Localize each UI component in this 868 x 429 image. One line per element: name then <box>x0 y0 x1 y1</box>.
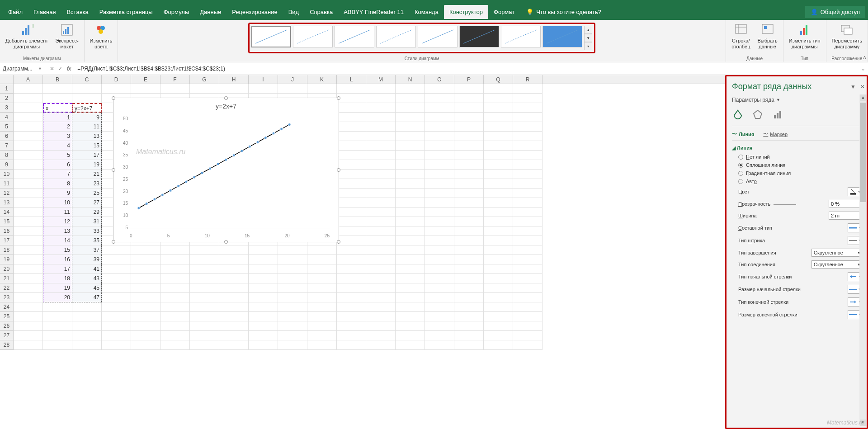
cell[interactable] <box>425 151 454 160</box>
cell[interactable]: 19 <box>43 283 72 293</box>
cell[interactable] <box>513 132 542 141</box>
cell[interactable]: 17 <box>43 264 72 274</box>
cell[interactable] <box>454 132 484 141</box>
cell[interactable] <box>396 207 425 217</box>
cell[interactable] <box>396 113 425 122</box>
cell[interactable]: 31 <box>72 217 102 226</box>
column-header[interactable]: G <box>190 75 219 84</box>
cell[interactable] <box>307 274 337 283</box>
cell[interactable] <box>484 141 513 151</box>
transparency-input[interactable] <box>829 200 863 208</box>
cell[interactable] <box>454 170 484 179</box>
cell[interactable] <box>337 160 366 170</box>
cell[interactable] <box>425 132 454 141</box>
cell[interactable] <box>131 331 160 340</box>
cell[interactable] <box>190 302 219 312</box>
cell[interactable] <box>278 340 307 350</box>
cell[interactable] <box>43 302 72 312</box>
chart-style-6[interactable] <box>459 26 499 47</box>
cell[interactable] <box>425 302 454 312</box>
cell[interactable] <box>102 84 131 94</box>
effects-tab-icon[interactable] <box>752 108 764 120</box>
cell[interactable] <box>337 198 366 207</box>
cell[interactable] <box>337 293 366 302</box>
menu-файл[interactable]: Файл <box>3 5 28 19</box>
cell[interactable] <box>14 340 43 350</box>
resize-handle[interactable] <box>112 168 115 172</box>
chart-title[interactable]: y=2x+7 <box>113 98 339 114</box>
cell[interactable] <box>513 236 542 245</box>
cell[interactable] <box>513 198 542 207</box>
cell[interactable] <box>396 198 425 207</box>
cell[interactable] <box>160 255 190 264</box>
cell[interactable] <box>513 264 542 274</box>
cell[interactable] <box>366 293 396 302</box>
cell[interactable] <box>396 274 425 283</box>
chart-plot-area[interactable] <box>130 118 330 228</box>
cell[interactable] <box>102 331 131 340</box>
cell[interactable] <box>160 274 190 283</box>
cell[interactable] <box>513 321 542 331</box>
cell[interactable] <box>396 321 425 331</box>
cell[interactable] <box>337 226 366 236</box>
column-header[interactable]: J <box>278 75 307 84</box>
cell[interactable] <box>249 264 278 274</box>
cell[interactable] <box>337 331 366 340</box>
cell[interactable] <box>307 84 337 94</box>
cell[interactable] <box>14 207 43 217</box>
cell[interactable] <box>102 274 131 283</box>
cell[interactable] <box>72 331 102 340</box>
cell[interactable] <box>425 255 454 264</box>
scroll-up-icon[interactable]: ▲ <box>860 94 866 101</box>
select-data-button[interactable]: Выбрать данные <box>755 22 780 51</box>
cell[interactable] <box>425 245 454 255</box>
cell[interactable] <box>513 141 542 151</box>
cell[interactable] <box>425 160 454 170</box>
switch-row-column-button[interactable]: Строка/ столбец <box>729 22 753 51</box>
cell[interactable] <box>14 160 43 170</box>
cell[interactable] <box>396 170 425 179</box>
cell[interactable] <box>14 283 43 293</box>
name-box[interactable]: Диаграмм... ▼ <box>0 64 45 73</box>
menu-справка[interactable]: Справка <box>304 5 338 19</box>
cell[interactable] <box>513 160 542 170</box>
cell[interactable] <box>396 122 425 132</box>
cell[interactable] <box>396 283 425 293</box>
radio-auto-line[interactable]: Авто <box>732 177 865 185</box>
cell[interactable] <box>219 245 249 255</box>
cell[interactable]: 20 <box>43 293 72 302</box>
row-header[interactable]: 8 <box>0 151 13 160</box>
cell[interactable] <box>190 84 219 94</box>
cell[interactable] <box>396 264 425 274</box>
cell[interactable] <box>366 170 396 179</box>
cell[interactable] <box>72 312 102 321</box>
row-header[interactable]: 7 <box>0 141 13 151</box>
cell[interactable]: 47 <box>72 293 102 302</box>
resize-handle[interactable] <box>337 168 340 172</box>
cell[interactable] <box>425 122 454 132</box>
column-header[interactable]: F <box>160 75 190 84</box>
row-header[interactable]: 10 <box>0 170 13 179</box>
cell[interactable] <box>278 84 307 94</box>
cell[interactable] <box>14 236 43 245</box>
pane-scrollbar[interactable]: ▲ ▼ <box>859 94 867 426</box>
cell[interactable]: 11 <box>72 122 102 132</box>
cell[interactable] <box>131 255 160 264</box>
cell[interactable] <box>396 132 425 141</box>
resize-handle[interactable] <box>224 96 228 100</box>
cell[interactable] <box>366 132 396 141</box>
cell[interactable] <box>396 331 425 340</box>
cell[interactable] <box>337 151 366 160</box>
add-chart-element-button[interactable]: + Добавить элемент диаграммы <box>3 22 51 51</box>
menu-рецензирование[interactable]: Рецензирование <box>226 5 283 19</box>
cell[interactable]: 14 <box>43 236 72 245</box>
cell[interactable] <box>249 274 278 283</box>
cell[interactable] <box>366 236 396 245</box>
cell[interactable] <box>366 331 396 340</box>
cell[interactable] <box>160 264 190 274</box>
column-header[interactable]: P <box>454 75 484 84</box>
cell[interactable] <box>396 226 425 236</box>
cell[interactable] <box>337 122 366 132</box>
column-header[interactable]: I <box>249 75 278 84</box>
fx-icon[interactable]: fx <box>67 66 74 72</box>
